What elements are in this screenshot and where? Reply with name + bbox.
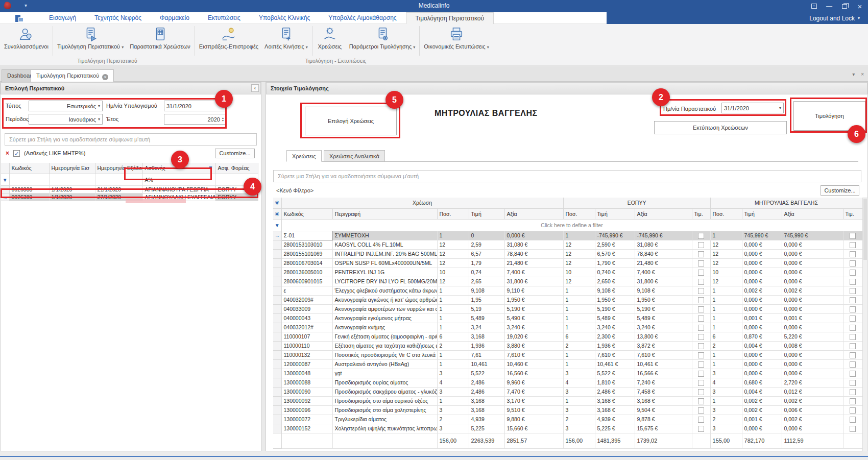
cell-eopyy-price[interactable]: 1,936 € bbox=[595, 341, 635, 350]
cell-desc[interactable]: Προσδιορισμός στο αίμα ουρικού οξέος bbox=[332, 396, 437, 405]
cell-mitr-value[interactable]: 0,000 € bbox=[782, 350, 843, 359]
cell-code[interactable]: 0026388 bbox=[9, 185, 49, 193]
filter-cell-patient[interactable]: Α% bbox=[142, 174, 215, 185]
eopyy-invoiced-checkbox[interactable] bbox=[698, 389, 704, 395]
cell-mitr-value[interactable]: 0,000 € bbox=[782, 258, 843, 268]
charge-row[interactable]: 130000092Προσδιορισμός στο αίμα ουρικού … bbox=[273, 396, 862, 405]
cell-mitr-qty[interactable]: 4 bbox=[710, 378, 742, 387]
charge-row[interactable]: 040033009Ακτινογραφία αμφοτέρων των νεφρ… bbox=[273, 304, 862, 313]
cell-price[interactable]: 7,61 bbox=[469, 350, 504, 359]
band-eopyy[interactable]: ΕΟΠΥΥ bbox=[563, 198, 710, 208]
cell-eopyy-value[interactable]: 9,878 € bbox=[635, 415, 692, 424]
cell-price[interactable]: 5,19 bbox=[469, 304, 504, 313]
cell-eopyy-qty[interactable]: 12 bbox=[563, 277, 595, 286]
patient-invoiced-checkbox[interactable] bbox=[850, 417, 856, 423]
patient-invoiced-checkbox[interactable] bbox=[850, 371, 856, 377]
patient-invoiced-checkbox[interactable] bbox=[850, 251, 856, 257]
cell-eopyy-qty[interactable]: 10 bbox=[563, 268, 595, 277]
charges-col-8[interactable]: Αξία bbox=[635, 208, 692, 219]
vertical-scrollbar[interactable] bbox=[862, 198, 868, 460]
cell-qty[interactable]: 2 bbox=[437, 415, 469, 424]
cell-mitr-qty[interactable]: 1 bbox=[710, 304, 742, 313]
menu-tab-item[interactable]: Εκτυπώσεις bbox=[199, 12, 250, 24]
tab-close-icon[interactable]: × bbox=[102, 74, 108, 80]
cell-mitr-value[interactable]: 0,002 € bbox=[782, 415, 843, 424]
cell-mitr-value[interactable]: 0,000 € bbox=[782, 249, 843, 258]
cell-eopyy-qty[interactable]: 2 bbox=[563, 341, 595, 350]
cell-eopyy-price[interactable]: 5,190 € bbox=[595, 304, 635, 313]
cell-eopyy-price[interactable]: 2,590 € bbox=[595, 240, 635, 249]
case-row[interactable]: 00263881/1/202021/1/2020ΑΓΙΑΝΝΑΚΟΥΡΑ ΓΕΩ… bbox=[1, 185, 258, 193]
charge-row[interactable]: 130000048γgt35,52216,560 €35,522 €16,566… bbox=[273, 369, 862, 378]
cell-value[interactable]: 9,960 € bbox=[504, 378, 563, 387]
patient-invoiced-checkbox[interactable] bbox=[850, 279, 856, 285]
cell-mitr-price[interactable]: 0,001 € bbox=[742, 415, 782, 424]
tab-list-caret-icon[interactable]: ▾ bbox=[852, 71, 855, 77]
cell-eopyy-qty[interactable]: 1 bbox=[563, 396, 595, 405]
cell-mitr-value[interactable]: 0,012 € bbox=[782, 387, 843, 396]
cell-price[interactable]: 5,522 bbox=[469, 369, 504, 378]
cell-eopyy-qty[interactable]: 12 bbox=[563, 240, 595, 249]
type-combobox[interactable]: Εσωτερικός▾ bbox=[29, 101, 103, 111]
cell-price[interactable]: 2,486 bbox=[469, 387, 504, 396]
cell-mitr-value[interactable]: 0,008 € bbox=[782, 341, 843, 350]
cell-eopyy-value[interactable]: 5,190 € bbox=[635, 304, 692, 313]
spinner-arrows-icon[interactable]: ▴▾ bbox=[222, 117, 224, 122]
cell-desc[interactable]: Προσδιορισμός στο αίμα χοληστερίνης bbox=[332, 405, 437, 415]
cell-qty[interactable]: 1 bbox=[437, 350, 469, 359]
cell-value[interactable]: 3,170 € bbox=[504, 396, 563, 405]
patient-invoiced-checkbox[interactable] bbox=[850, 361, 856, 368]
cell-eopyy-value[interactable]: 10,461 € bbox=[635, 359, 692, 369]
menu-tab-item[interactable]: Τεχνητός Νεφρός bbox=[85, 12, 151, 24]
cell-code[interactable]: 2800106703014 bbox=[281, 258, 332, 268]
eopyy-invoiced-checkbox[interactable] bbox=[698, 288, 704, 294]
charge-row[interactable]: εΈλεγχος φλεβικού συστήματος κάτω άκρων … bbox=[273, 286, 862, 295]
patient-invoiced-checkbox[interactable] bbox=[850, 389, 856, 395]
cell-mitr-price[interactable]: 0,002 € bbox=[742, 396, 782, 405]
cell-qty[interactable]: 3 bbox=[437, 424, 469, 433]
eopyy-invoiced-checkbox[interactable] bbox=[698, 417, 704, 423]
cell-desc[interactable]: OSPEN SUSP FL 60MLx400000UN/5ML bbox=[332, 258, 437, 268]
year-spinner[interactable]: 2020 ▴▾ bbox=[164, 114, 226, 125]
cell-qty[interactable]: 2 bbox=[437, 341, 469, 350]
charges-col-6[interactable]: Ποσ. bbox=[563, 208, 595, 219]
cell-mitr-qty[interactable]: 6 bbox=[710, 332, 742, 341]
eopyy-invoiced-checkbox[interactable] bbox=[698, 343, 704, 349]
patient-invoiced-checkbox[interactable] bbox=[850, 352, 856, 358]
cell-value[interactable]: 7,470 € bbox=[504, 387, 563, 396]
ribbon-button-7[interactable]: Παράμετροι Τιμολόγησης ▾ bbox=[346, 25, 419, 57]
cell-value[interactable]: 9,110 € bbox=[504, 286, 563, 295]
cell-qty[interactable]: 1 bbox=[437, 323, 469, 332]
remove-filter-icon[interactable]: × bbox=[6, 150, 9, 157]
logout-button[interactable]: Logout and Lock bbox=[809, 15, 855, 22]
cell-value[interactable]: 31,080 € bbox=[504, 240, 563, 249]
cell-eopyy-price[interactable]: 1,950 € bbox=[595, 295, 635, 304]
cell-desc[interactable]: γgt bbox=[332, 369, 437, 378]
charge-row[interactable]: →Σ-01ΣΥΜΜΕΤΟΧΗ100,000 €1-745,990 €-745,9… bbox=[273, 231, 862, 240]
cell-mitr-price[interactable]: 0,001 € bbox=[742, 313, 782, 323]
charges-col-11[interactable]: Τιμή bbox=[742, 208, 782, 219]
cell-eopyy-price[interactable]: 1,810 € bbox=[595, 378, 635, 387]
eopyy-invoiced-checkbox[interactable] bbox=[698, 297, 704, 303]
cell-eopyy-qty[interactable]: 4 bbox=[563, 378, 595, 387]
cell-mitr-value[interactable]: 0,000 € bbox=[782, 424, 843, 433]
patient-invoiced-checkbox[interactable] bbox=[850, 233, 856, 239]
cell-desc[interactable]: Γενική εξέταση αίματος (αιμοσφαιρίνη - α… bbox=[332, 332, 437, 341]
charge-row[interactable]: 2800136005010PENTREXYL INJ 1G100,747,400… bbox=[273, 268, 862, 277]
cell-eopyy-price[interactable]: 3,168 € bbox=[595, 396, 635, 405]
cell-mitr-qty[interactable]: 1 bbox=[710, 350, 742, 359]
charges-col-1[interactable]: Κωδικός bbox=[281, 208, 332, 219]
cell-mitr-price[interactable]: 0,000 € bbox=[742, 240, 782, 249]
cell-mitr-qty[interactable]: 1 bbox=[710, 396, 742, 405]
tab-charges-detail[interactable]: Χρεώσεις Αναλυτικά bbox=[324, 150, 385, 162]
cell-code[interactable]: 130000048 bbox=[281, 369, 332, 378]
cell-mitr-value[interactable]: 0,000 € bbox=[782, 369, 843, 378]
cell-mitr-value[interactable]: 5,220 € bbox=[782, 332, 843, 341]
cell-qty[interactable]: 3 bbox=[437, 405, 469, 415]
cell-eopyy-price[interactable]: 7,610 € bbox=[595, 350, 635, 359]
eopyy-invoiced-checkbox[interactable] bbox=[698, 306, 704, 312]
cell-qty[interactable]: 12 bbox=[437, 258, 469, 268]
cell-qty[interactable]: 3 bbox=[437, 369, 469, 378]
cell-price[interactable]: 3,168 bbox=[469, 332, 504, 341]
cell-desc[interactable]: LYCITROPE DRY INJ LYO FL 500MG/20ML bbox=[332, 277, 437, 286]
